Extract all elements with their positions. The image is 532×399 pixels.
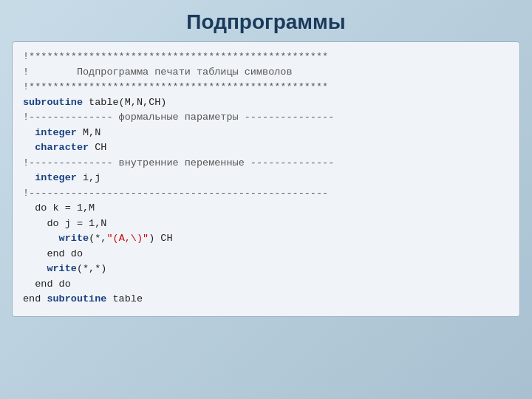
- keyword-character: character: [35, 142, 89, 153]
- keyword-write-1: write: [59, 233, 89, 244]
- code-end-do-j: end do: [23, 248, 83, 259]
- keyword-integer-2: integer: [35, 172, 77, 183]
- code-ij: i,j: [77, 172, 100, 183]
- code-subroutine-sig: table(M,N,CH): [83, 97, 166, 108]
- code-box: !***************************************…: [12, 41, 520, 317]
- code-content: !***************************************…: [23, 50, 509, 307]
- code-end-do-k: end do: [23, 279, 71, 290]
- page-title: Подпрограммы: [0, 0, 532, 41]
- comment-inner-vars: !-------------- внутренние переменные --…: [23, 157, 334, 168]
- page: Подпрограммы !**************************…: [0, 0, 532, 399]
- comment-line-1: !***************************************…: [23, 51, 328, 62]
- code-end-sub-name: table: [106, 293, 143, 304]
- comment-formal-params: !-------------- формальные параметры ---…: [23, 112, 334, 123]
- code-write-args-1b: ) CH: [149, 233, 172, 244]
- code-do-j: do j = 1,N: [23, 218, 106, 229]
- code-do-k: do k = 1,M: [23, 202, 95, 214]
- code-write-args-2: (*,*): [77, 263, 107, 274]
- comment-divider: !---------------------------------------…: [23, 188, 328, 199]
- keyword-write-2: write: [47, 263, 77, 274]
- code-end-sub-prefix: end: [23, 293, 47, 304]
- comment-line-3: !***************************************…: [23, 81, 328, 92]
- code-write-fmt: "(A,\)": [106, 233, 149, 244]
- code-mn: M,N: [77, 127, 100, 138]
- keyword-subroutine-2: subroutine: [47, 293, 106, 304]
- comment-line-2: ! Подпрограмма печати таблицы символов: [23, 66, 293, 78]
- keyword-integer-1: integer: [35, 127, 77, 138]
- keyword-subroutine-1: subroutine: [23, 97, 83, 108]
- code-ch: CH: [89, 142, 106, 153]
- code-write-args-1a: (*,: [89, 233, 106, 244]
